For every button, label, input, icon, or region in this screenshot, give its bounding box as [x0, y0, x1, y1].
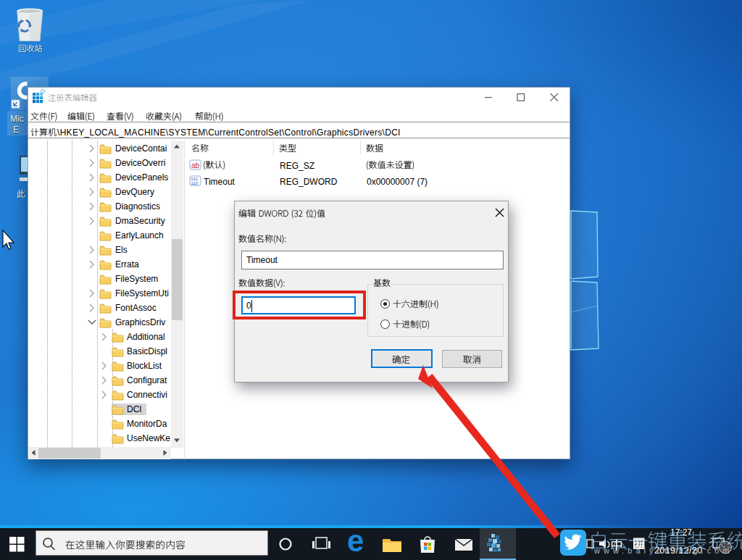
svg-text:www.baiyun.org.com: www.baiyun.org.com [593, 546, 733, 555]
svg-text:ab: ab [191, 162, 200, 170]
svg-text:e: e [347, 524, 364, 558]
svg-text:110: 110 [191, 181, 199, 185]
